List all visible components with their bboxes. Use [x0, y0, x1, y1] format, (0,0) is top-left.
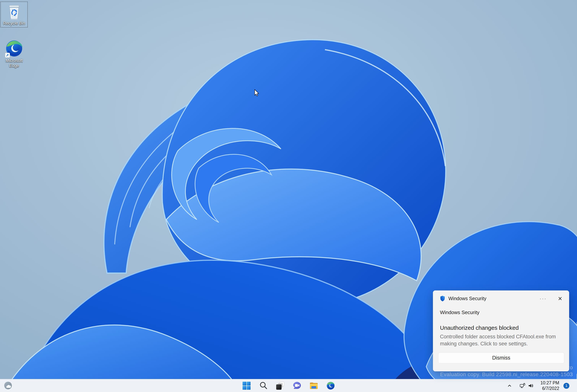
- widgets-weather-icon: [4, 381, 12, 390]
- search-icon: [259, 381, 268, 390]
- search-button[interactable]: [257, 380, 269, 391]
- shortcut-arrow-icon: [5, 53, 10, 58]
- start-icon: [242, 381, 251, 390]
- toast-app-name: Windows Security: [448, 296, 538, 301]
- tray-overflow-button[interactable]: [504, 381, 515, 391]
- network-volume-button[interactable]: [516, 381, 537, 391]
- tray-date: 6/7/2022: [542, 386, 559, 391]
- file-explorer-icon: [309, 381, 318, 390]
- dismiss-button[interactable]: Dismiss: [438, 353, 564, 363]
- desktop-icon-label: Microsoft Edge: [1, 58, 27, 68]
- notification-count-badge[interactable]: 1: [563, 383, 569, 389]
- desktop-icon-label: Recycle Bin: [3, 21, 25, 26]
- notification-toast[interactable]: Windows Security ··· × Windows Security …: [433, 291, 569, 371]
- chat-icon: [293, 381, 301, 390]
- toast-source: Windows Security: [440, 310, 562, 315]
- widgets-button[interactable]: [2, 380, 14, 391]
- toast-body: Controlled folder access blocked CFAtool…: [440, 333, 560, 347]
- edge-taskbar-button[interactable]: [325, 380, 337, 391]
- toast-header: Windows Security ··· ×: [433, 291, 569, 301]
- start-button[interactable]: [241, 380, 252, 391]
- toast-title: Unauthorized changes blocked: [440, 325, 562, 331]
- chevron-up-icon: [507, 383, 512, 388]
- file-explorer-button[interactable]: [308, 380, 320, 391]
- task-view-icon: [276, 381, 285, 390]
- toast-more-button[interactable]: ···: [538, 297, 548, 300]
- windows-security-shield-icon: [440, 295, 445, 301]
- taskbar-center-icons: [241, 380, 337, 391]
- watermark-build: Evaluation copy. Build 22598.ni_release.…: [440, 371, 573, 378]
- network-icon: [519, 383, 525, 389]
- edge-icon: [326, 381, 335, 390]
- system-tray: 10:27 PM 6/7/2022 1: [504, 379, 577, 392]
- desktop-icon-microsoft-edge[interactable]: Microsoft Edge: [0, 37, 28, 72]
- mouse-cursor: [254, 89, 259, 97]
- taskbar: 10:27 PM 6/7/2022 1: [0, 379, 577, 392]
- desktop-icon-recycle-bin[interactable]: Recycle Bin: [0, 1, 28, 28]
- recycle-bin-icon: [7, 3, 22, 20]
- toast-close-button[interactable]: ×: [557, 296, 564, 301]
- clock-button[interactable]: 10:27 PM 6/7/2022: [540, 381, 560, 391]
- tray-time: 10:27 PM: [541, 380, 559, 386]
- volume-icon: [528, 383, 534, 389]
- chat-button[interactable]: [291, 380, 303, 391]
- task-view-button[interactable]: [274, 380, 286, 391]
